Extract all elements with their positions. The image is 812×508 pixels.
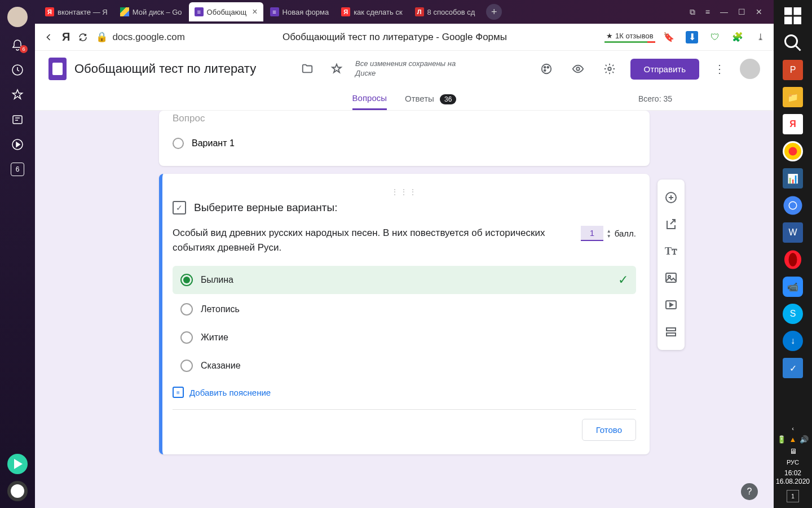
tab-lifehacker[interactable]: Л 8 способов сд: [409, 2, 481, 21]
yandex-icon: Я: [45, 7, 54, 16]
tab-answers[interactable]: Ответы 36: [405, 88, 456, 109]
notification-center-icon[interactable]: 1: [787, 490, 799, 502]
forms-app: Все изменения сохранены на Диске Отправи…: [35, 51, 774, 508]
collections-icon[interactable]: [11, 113, 24, 126]
yandex-browser-icon[interactable]: [783, 141, 803, 161]
add-video-icon[interactable]: [657, 291, 685, 318]
volume-icon[interactable]: 🔊: [800, 435, 809, 444]
points-field[interactable]: [581, 226, 603, 241]
app-icon-3[interactable]: ✓: [783, 358, 803, 378]
tab-vkontakte[interactable]: Я вконтакте — Я: [39, 2, 113, 21]
add-section-icon[interactable]: [657, 318, 685, 345]
notifications-icon[interactable]: 6: [11, 38, 24, 52]
bookmark-icon[interactable]: 🔖: [663, 32, 674, 43]
radio-icon: [173, 138, 184, 149]
svg-point-20: [785, 36, 797, 47]
add-question-icon[interactable]: [657, 184, 685, 211]
history-icon[interactable]: [11, 63, 24, 77]
palette-icon[interactable]: [536, 58, 557, 80]
back-button[interactable]: [43, 32, 54, 43]
forms-icon: ≡: [195, 7, 204, 16]
more-icon[interactable]: ⋮: [709, 58, 730, 80]
forms-logo-icon[interactable]: [48, 58, 67, 80]
zoom-icon[interactable]: 📹: [783, 277, 803, 297]
url-field[interactable]: 🔒 docs.google.com: [96, 31, 185, 43]
tab-drive[interactable]: Мой диск – Go: [114, 2, 188, 21]
maximize-icon[interactable]: ☐: [738, 7, 745, 17]
close-icon[interactable]: ×: [252, 7, 257, 17]
send-button[interactable]: Отправить: [630, 59, 699, 80]
play-circle-icon[interactable]: [11, 138, 24, 151]
minimize-icon[interactable]: —: [720, 7, 728, 17]
search-icon[interactable]: [783, 33, 803, 53]
start-icon[interactable]: [783, 6, 803, 26]
option-row[interactable]: Вариант 1: [173, 134, 636, 152]
add-image-icon[interactable]: [657, 264, 685, 291]
done-button[interactable]: Готово: [582, 419, 636, 441]
word-icon[interactable]: W: [783, 222, 803, 243]
tray-icon[interactable]: 🖥: [789, 447, 797, 456]
clock[interactable]: 16:02 16.08.2020: [776, 469, 810, 487]
form-title-input[interactable]: [74, 62, 289, 76]
tab-search[interactable]: Я как сделать ск: [336, 2, 408, 21]
preview-icon[interactable]: [567, 58, 589, 80]
reviews-widget[interactable]: ★ 1К отзывов: [604, 32, 655, 43]
answer-option[interactable]: Летопись: [173, 296, 636, 322]
star-icon[interactable]: [11, 88, 24, 102]
question-card-prev[interactable]: Вопрос Вариант 1: [159, 111, 650, 166]
answer-text: Былина: [201, 275, 610, 285]
tab-questions[interactable]: Вопросы: [352, 87, 387, 110]
tab-forms-active[interactable]: ≡ Обобщающ ×: [189, 2, 263, 21]
save-status: Все изменения сохранены на Диске: [355, 59, 457, 78]
menu-icon[interactable]: ≡: [705, 7, 710, 17]
close-window-icon[interactable]: ✕: [756, 7, 762, 17]
app-icon-1[interactable]: 📊: [783, 168, 803, 189]
date-text: 16.08.2020: [776, 478, 810, 487]
checkbox-icon: ✓: [173, 201, 186, 214]
yandex-alice-icon[interactable]: [7, 481, 28, 501]
time-text: 16:02: [776, 469, 810, 478]
points-stepper[interactable]: ▲▼: [607, 229, 611, 239]
tab-answers-label: Ответы: [405, 94, 434, 103]
downloads-icon[interactable]: ⤓: [754, 32, 766, 43]
reload-button[interactable]: [78, 32, 88, 42]
language-indicator[interactable]: РУС: [787, 459, 799, 466]
yandex-logo[interactable]: Я: [62, 30, 70, 43]
tab-label: Мой диск – Go: [133, 8, 182, 16]
yandex-app-icon[interactable]: Я: [783, 114, 803, 134]
add-explanation-button[interactable]: ≡ Добавить пояснение: [173, 387, 636, 398]
svg-point-4: [541, 64, 551, 74]
user-avatar[interactable]: [7, 7, 28, 27]
answer-option[interactable]: Сказание: [173, 353, 636, 379]
svg-point-6: [547, 67, 549, 68]
skype-icon[interactable]: S: [783, 304, 803, 324]
chrome-icon[interactable]: [783, 195, 803, 216]
download-ext-icon[interactable]: ⬇: [686, 31, 698, 43]
star-outline-icon[interactable]: [326, 58, 347, 80]
answer-option[interactable]: Житие: [173, 325, 636, 351]
answer-option-correct[interactable]: Былина ✓: [173, 266, 636, 294]
folder-icon[interactable]: [297, 58, 318, 80]
drag-handle-icon[interactable]: ⋮⋮⋮: [173, 187, 636, 196]
form-body: Вопрос Вариант 1 ⋮⋮⋮ ✓ Выберите верные в…: [35, 111, 774, 508]
opera-icon[interactable]: [783, 249, 803, 270]
explorer-icon[interactable]: 📁: [783, 87, 803, 107]
media-play-icon[interactable]: [7, 454, 28, 474]
tabs-count[interactable]: 6: [11, 163, 24, 176]
shield-icon[interactable]: 🛡: [709, 32, 721, 43]
add-title-icon[interactable]: Tᴛ: [657, 238, 685, 264]
svg-point-22: [789, 147, 797, 156]
tray-icon[interactable]: ▲: [789, 435, 797, 444]
tray-icon[interactable]: 🔋: [777, 435, 786, 444]
app-icon-2[interactable]: ↓: [783, 331, 803, 351]
import-icon[interactable]: [657, 211, 685, 238]
powerpoint-icon[interactable]: P: [783, 60, 803, 80]
tab-new-form[interactable]: ≡ Новая форма: [264, 2, 335, 21]
settings-icon[interactable]: [599, 58, 620, 80]
account-avatar[interactable]: [740, 59, 760, 79]
panel-icon[interactable]: ⧉: [690, 7, 695, 17]
new-tab-button[interactable]: +: [486, 4, 502, 20]
extension-icon[interactable]: 🧩: [732, 32, 743, 43]
chevron-up-icon[interactable]: ‹: [792, 425, 794, 432]
help-button[interactable]: ?: [741, 483, 758, 500]
